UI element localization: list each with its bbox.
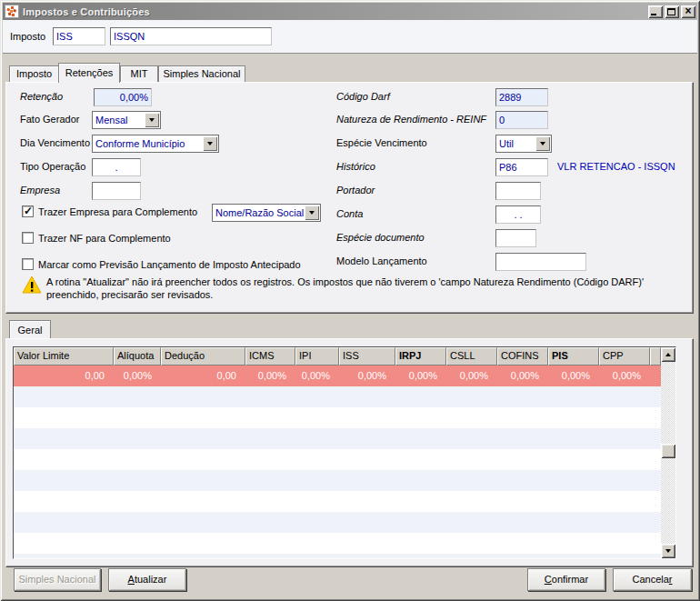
tab-retencoes[interactable]: Retenções: [58, 63, 120, 83]
label-accel: C: [545, 574, 552, 585]
atualizar-button[interactable]: Atualizar: [108, 568, 186, 591]
maximize-button[interactable]: [665, 5, 679, 18]
grid-row-selected[interactable]: 0,000,00%0,000,00%0,00%0,00%0,00%0,00%0,…: [14, 366, 661, 386]
grid-row-empty[interactable]: [14, 470, 661, 491]
label-accel: A: [128, 574, 135, 585]
grid-inner: Valor LimiteAlíquotaDeduçãoICMSIPIISSIRP…: [14, 347, 661, 558]
confirmar-button[interactable]: Confirmar: [527, 568, 605, 591]
scroll-up-button[interactable]: [661, 347, 675, 362]
minimize-icon: [651, 14, 656, 15]
grid-row-empty[interactable]: [14, 554, 661, 558]
grid-header-cell[interactable]: CSLL: [446, 347, 497, 366]
maximize-icon: [667, 8, 675, 15]
simples-nacional-button: Simples Nacional: [14, 568, 101, 591]
grid-row-empty[interactable]: [14, 491, 661, 512]
trazer-nf-checkbox[interactable]: Trazer NF para Complemento: [22, 232, 171, 244]
imposto-name-field[interactable]: ISSQN: [110, 27, 272, 45]
grid-cell: 0,00%: [548, 366, 599, 386]
vertical-scrollbar[interactable]: [661, 347, 675, 558]
grid-header-cell[interactable]: IRPJ: [395, 347, 446, 366]
grid-cell: 0,00: [161, 366, 245, 386]
checkbox-unchecked-icon[interactable]: [22, 232, 34, 244]
tab-geral[interactable]: Geral: [9, 320, 51, 338]
aliquotas-grid: Valor LimiteAlíquotaDeduçãoICMSIPIISSIRP…: [13, 346, 676, 559]
chevron-down-icon[interactable]: [535, 136, 550, 151]
tab-imposto[interactable]: Imposto: [9, 65, 59, 82]
chevron-down-icon[interactable]: [145, 113, 159, 127]
imposto-header-panel: Imposto ISS ISSQN: [3, 20, 697, 54]
chevron-down-icon[interactable]: [305, 205, 319, 220]
tab-simples-nacional[interactable]: Simples Nacional: [158, 65, 245, 82]
tab-mit[interactable]: MIT: [120, 65, 158, 82]
dialog-impostos-contribuicoes: Impostos e Contribuições × Imposto ISS I…: [0, 0, 700, 601]
tipo-operacao-field[interactable]: .: [92, 158, 141, 176]
checkbox-checked-icon[interactable]: ✓: [22, 205, 34, 217]
tipo-operacao-label: Tipo Operação: [20, 161, 85, 172]
historico-field[interactable]: P86: [495, 158, 548, 176]
previsao-checkbox[interactable]: Marcar como Previsão Lançamento de Impos…: [22, 258, 301, 270]
retencao-label: Retenção: [20, 91, 63, 102]
empresa-field[interactable]: [92, 182, 141, 200]
grid-header-cell[interactable]: ICMS: [245, 347, 295, 366]
chevron-down-icon[interactable]: [203, 136, 217, 151]
window-title: Impostos e Contribuições: [23, 6, 646, 17]
grid-header-cell[interactable]: Alíquota: [114, 347, 161, 366]
especie-vencimento-value: Util: [499, 138, 514, 149]
grid-row-empty[interactable]: [14, 407, 661, 428]
fato-gerador-value: Mensal: [95, 115, 127, 125]
label-part: Cancela: [632, 574, 668, 585]
grid-row-empty[interactable]: [14, 533, 661, 554]
previsao-label: Marcar como Previsão Lançamento de Impos…: [38, 259, 301, 270]
empresa-label: Empresa: [20, 185, 60, 195]
grid-cell: 0,00%: [339, 366, 395, 386]
grid-header-cell[interactable]: PIS: [548, 347, 599, 366]
grid-row-empty[interactable]: [14, 386, 661, 407]
grid-row-empty[interactable]: [14, 449, 661, 470]
grid-header-cell[interactable]: Dedução: [161, 347, 245, 366]
fato-gerador-combo[interactable]: Mensal: [92, 111, 161, 129]
scrollbar-thumb[interactable]: [661, 444, 675, 458]
especie-vencimento-label: Espécie Vencimento: [336, 137, 427, 148]
scroll-down-button[interactable]: [661, 544, 675, 558]
warning-icon: [22, 275, 42, 295]
geral-tab-control: Geral Valor LimiteAlíquotaDeduçãoICMSIPI…: [5, 320, 694, 567]
grid-header-cell[interactable]: ISS: [339, 347, 395, 366]
retencao-field[interactable]: 0,00%: [94, 88, 152, 106]
grid-body: 0,000,00%0,000,00%0,00%0,00%0,00%0,00%0,…: [14, 366, 661, 558]
cancelar-button[interactable]: Cancelar: [613, 568, 692, 591]
natureza-reinf-label: Natureza de Rendimento - REINF: [336, 114, 486, 125]
checkbox-unchecked-icon[interactable]: [22, 258, 34, 270]
modelo-lancamento-field[interactable]: [495, 253, 586, 271]
imposto-code-field[interactable]: ISS: [53, 27, 105, 45]
grid-cell: 0,00: [14, 366, 114, 386]
close-button[interactable]: ×: [681, 5, 695, 18]
complemento-tipo-combo[interactable]: Nome/Razão Social: [212, 204, 321, 222]
trazer-empresa-checkbox[interactable]: ✓ Trazer Empresa para Complemento: [22, 205, 197, 217]
minimize-button[interactable]: [648, 5, 663, 18]
especie-vencimento-combo[interactable]: Util: [495, 135, 552, 153]
warning-text: A rotina "Atualizar" não irá preencher t…: [46, 275, 683, 301]
especie-documento-label: Espécie documento: [336, 232, 425, 243]
grid-cell: 0,00%: [446, 366, 497, 386]
complemento-tipo-value: Nome/Razão Social: [215, 207, 304, 218]
grid-header-cell[interactable]: Valor Limite: [14, 347, 114, 366]
grid-header-cell[interactable]: COFINS: [497, 347, 548, 366]
arrow-up-icon: [665, 353, 671, 356]
grid-row-empty[interactable]: [14, 428, 661, 449]
conta-field[interactable]: . .: [495, 205, 541, 224]
natureza-reinf-field[interactable]: 0: [495, 111, 548, 129]
codigo-darf-field[interactable]: 2889: [495, 88, 548, 106]
titlebar[interactable]: Impostos e Contribuições ×: [3, 3, 697, 20]
label-part: onfirmar: [552, 574, 588, 585]
grid-header-cell[interactable]: IPI: [295, 347, 339, 366]
dia-vencimento-combo[interactable]: Conforme Município: [92, 135, 219, 153]
grid-cell: 0,00%: [245, 366, 295, 386]
grid-cell: 0,00%: [295, 366, 339, 386]
grid-row-empty[interactable]: [14, 512, 661, 533]
close-icon: ×: [681, 5, 695, 18]
grid-header-cell[interactable]: CPP: [599, 347, 650, 366]
portador-field[interactable]: [495, 182, 541, 200]
fato-gerador-label: Fato Gerador: [20, 114, 79, 125]
grid-header-filler: [650, 347, 661, 366]
especie-documento-field[interactable]: [495, 229, 536, 247]
